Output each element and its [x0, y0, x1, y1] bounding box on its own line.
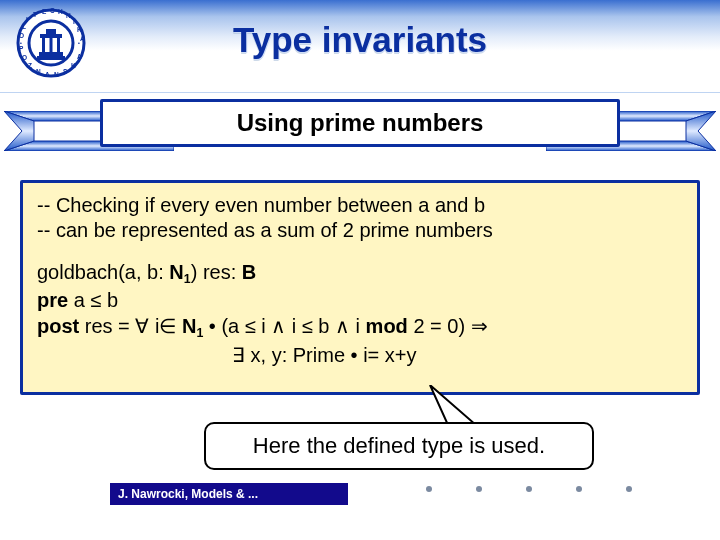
- dot-icon: [626, 486, 632, 492]
- comment-line-1: -- Checking if every even number between…: [37, 193, 683, 218]
- signature-line: goldbach(a, b: N1) res: B: [37, 259, 683, 287]
- subtitle: Using prime numbers: [237, 109, 484, 137]
- dot-icon: [426, 486, 432, 492]
- subtitle-box: Using prime numbers: [100, 99, 620, 147]
- svg-text:T: T: [33, 11, 37, 18]
- code-panel: -- Checking if every even number between…: [20, 180, 700, 395]
- subtitle-area: Using prime numbers: [0, 93, 720, 169]
- post-line-1: post res = ∀ i∈ N1 • (a ≤ i ∧ i ≤ b ∧ i …: [37, 313, 683, 341]
- callout-text: Here the defined type is used.: [253, 433, 545, 459]
- header: •• TECH NIKA ILO POZ NAN SKA Type invari…: [0, 0, 720, 93]
- svg-text:E: E: [42, 8, 47, 15]
- dot-icon: [526, 486, 532, 492]
- svg-text:C: C: [50, 7, 55, 14]
- title-wrap: Type invariants: [0, 20, 720, 60]
- page-title: Type invariants: [233, 20, 487, 60]
- svg-text:N: N: [36, 68, 41, 75]
- svg-text:N: N: [66, 12, 71, 19]
- svg-text:H: H: [58, 8, 63, 15]
- callout-box: Here the defined type is used.: [204, 422, 594, 470]
- footer-bar: J. Nawrocki, Models & ...: [110, 483, 348, 505]
- dot-icon: [576, 486, 582, 492]
- post-line-2: ∃ x, y: Prime • i= x+y: [37, 342, 683, 368]
- svg-text:N: N: [54, 71, 59, 78]
- svg-text:A: A: [45, 71, 50, 78]
- svg-text:S: S: [63, 68, 68, 75]
- svg-text:Z: Z: [28, 62, 32, 69]
- pre-line: pre a ≤ b: [37, 287, 683, 313]
- footer-dots: [426, 486, 632, 492]
- footer-text: J. Nawrocki, Models & ...: [118, 487, 258, 501]
- code-block: goldbach(a, b: N1) res: B pre a ≤ b post…: [37, 259, 683, 368]
- svg-text:K: K: [71, 62, 76, 69]
- comment-line-2: -- can be represented as a sum of 2 prim…: [37, 218, 683, 243]
- dot-icon: [476, 486, 482, 492]
